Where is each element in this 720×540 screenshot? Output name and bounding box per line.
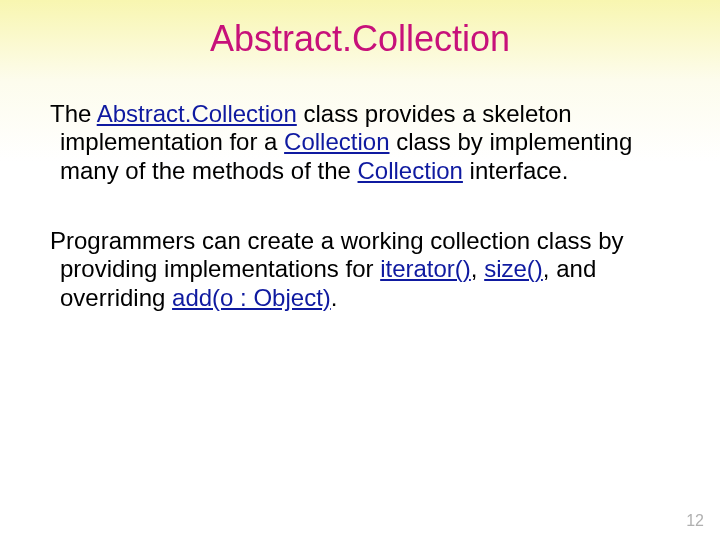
link-iterator[interactable]: iterator() xyxy=(380,255,471,282)
text: , xyxy=(471,255,484,282)
link-collection[interactable]: Collection xyxy=(284,128,389,155)
text: interface. xyxy=(463,157,568,184)
link-add[interactable]: add(o : Object) xyxy=(172,284,331,311)
slide-body: The Abstract.Collection class provides a… xyxy=(0,100,720,312)
link-collection[interactable]: Collection xyxy=(358,157,463,184)
link-abstractcollection[interactable]: Abstract.Collection xyxy=(97,100,297,127)
page-number: 12 xyxy=(686,512,704,530)
slide-title: Abstract.Collection xyxy=(0,0,720,60)
paragraph-1: The Abstract.Collection class provides a… xyxy=(36,100,684,185)
text: The xyxy=(50,100,97,127)
link-size[interactable]: size() xyxy=(484,255,543,282)
slide: Abstract.Collection The Abstract.Collect… xyxy=(0,0,720,540)
text: . xyxy=(331,284,338,311)
paragraph-2: Programmers can create a working collect… xyxy=(36,227,684,312)
